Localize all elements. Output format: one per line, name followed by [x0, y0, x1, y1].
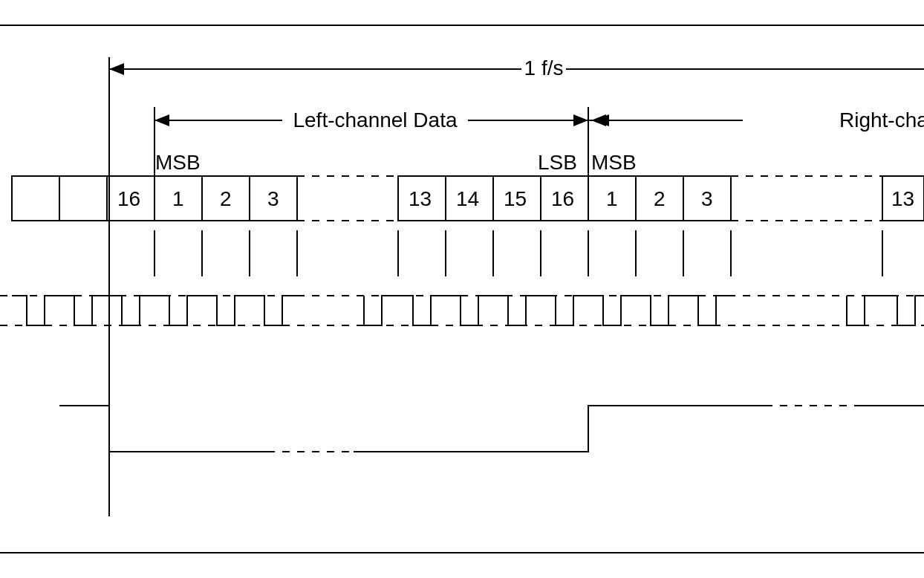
left-channel-dim: Left-channel Data	[154, 107, 588, 176]
left-channel-label: Left-channel Data	[293, 108, 457, 131]
lsb-label: LSB	[538, 151, 577, 174]
msb-label-1: MSB	[155, 151, 201, 174]
diagram-svg: 1 f/s Left-channel Data Right-channel Da	[0, 0, 924, 578]
cell-16a: 16	[117, 187, 140, 210]
cell-2a: 2	[220, 187, 232, 210]
lrck-waveform	[59, 406, 924, 452]
cell-13b: 13	[891, 187, 914, 210]
frame-period-arrow: 1 f/s	[109, 56, 924, 79]
msb-label-2: MSB	[591, 151, 637, 174]
right-channel-dim-arrow: Right-channel Da	[588, 108, 924, 131]
tick-marks	[154, 230, 882, 276]
svg-rect-15	[59, 176, 107, 221]
cell-14a: 14	[456, 187, 479, 210]
frame-period-label: 1 f/s	[524, 56, 564, 79]
cell-1a: 1	[172, 187, 184, 210]
cell-text: 16 1 2 3 13 14 15 16 1 2 3 13	[117, 187, 914, 210]
svg-marker-12	[594, 114, 609, 126]
svg-rect-14	[12, 176, 59, 221]
cell-3a: 3	[267, 187, 279, 210]
cell-1b: 1	[606, 187, 618, 210]
clock-waveform	[0, 296, 924, 325]
svg-marker-7	[154, 114, 169, 126]
svg-marker-2	[109, 63, 124, 75]
cell-16b: 16	[551, 187, 574, 210]
cell-3b: 3	[701, 187, 713, 210]
svg-marker-8	[573, 114, 588, 126]
timing-diagram: 1 f/s Left-channel Data Right-channel Da	[0, 0, 924, 578]
cell-2b: 2	[654, 187, 666, 210]
cell-13a: 13	[409, 187, 432, 210]
cell-15a: 15	[504, 187, 527, 210]
right-channel-label: Right-channel Da	[839, 108, 924, 131]
